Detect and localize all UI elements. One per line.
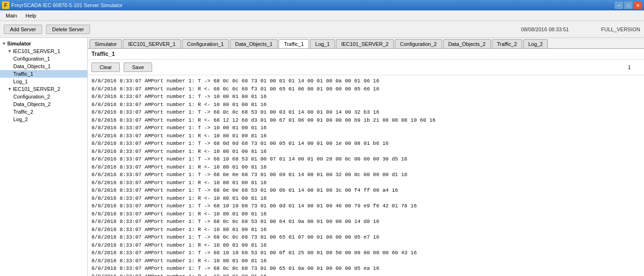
traffic-log[interactable]: 8/8/2016 8:33:07 AMPort number 1: T -> 6… bbox=[88, 75, 644, 276]
tab-data-objects-2[interactable]: Data_Objects_2 bbox=[443, 39, 491, 48]
log-line: 8/8/2016 8:33:07 AMPort number 1: R <- 6… bbox=[91, 85, 640, 93]
log-line: 8/8/2016 8:33:07 AMPort number 1: R <- 1… bbox=[91, 226, 640, 234]
log-line: 8/8/2016 8:33:07 AMPort number 1: T -> 6… bbox=[91, 171, 640, 179]
tab-bar: SimulatorIEC101_SERVER_1Configuration_1D… bbox=[88, 38, 644, 49]
log-line: 8/8/2016 8:33:07 AMPort number 1: T -> 6… bbox=[91, 140, 640, 148]
datetime-display: 08/08/2016 08:33:51 bbox=[521, 27, 569, 32]
expand-icon-server2: ▼ bbox=[8, 87, 12, 91]
log-line: 8/8/2016 8:33:07 AMPort number 1: R <- 1… bbox=[91, 132, 640, 140]
delete-server-button[interactable]: Delete Server bbox=[46, 25, 90, 34]
sidebar-label-traffic1: Traffic_1 bbox=[13, 71, 33, 77]
expand-icon-simulator: ▼ bbox=[2, 41, 6, 46]
sidebar-item-configuration-1[interactable]: Configuration_1 bbox=[0, 55, 87, 62]
titlebar: F FreyrSCADA IEC 60870-5-101 Server Simu… bbox=[0, 0, 644, 10]
log-line: 8/8/2016 8:33:07 AMPort number 1: R <- 1… bbox=[91, 257, 640, 265]
panel-counter: 1 bbox=[628, 64, 640, 70]
app-icon: F bbox=[2, 1, 9, 9]
sidebar-label-simulator: Simulator bbox=[7, 41, 31, 46]
sidebar-label-server2: IEC101_SERVER_2 bbox=[13, 86, 60, 92]
log-line: 8/8/2016 8:33:07 AMPort number 1: R <- 1… bbox=[91, 148, 640, 156]
log-line: 8/8/2016 8:33:07 AMPort number 1: R <- 6… bbox=[91, 116, 640, 125]
titlebar-title: FreyrSCADA IEC 60870-5-101 Server Simula… bbox=[11, 2, 123, 8]
app-icon-text: F bbox=[4, 3, 7, 8]
sidebar-item-data-objects-2[interactable]: Data_Objects_2 bbox=[0, 100, 87, 108]
tab-simulator[interactable]: Simulator bbox=[90, 39, 122, 48]
menu-main[interactable]: Main bbox=[2, 12, 21, 19]
close-button[interactable]: ✕ bbox=[634, 1, 642, 9]
log-line: 8/8/2016 8:33:07 AMPort number 1: T -> 6… bbox=[91, 202, 640, 210]
tab-log-2[interactable]: Log_2 bbox=[523, 39, 548, 48]
sidebar-item-configuration-2[interactable]: Configuration_2 bbox=[0, 93, 87, 100]
toolbar: Add Server Delete Server 08/08/2016 08:3… bbox=[0, 21, 644, 38]
main-area: ▼ Simulator ▼ IEC101_SERVER_1 Configurat… bbox=[0, 38, 644, 276]
sidebar-label-server1: IEC101_SERVER_1 bbox=[13, 48, 60, 54]
titlebar-left: F FreyrSCADA IEC 60870-5-101 Server Simu… bbox=[2, 1, 123, 9]
content-area: SimulatorIEC101_SERVER_1Configuration_1D… bbox=[88, 38, 644, 276]
log-line: 8/8/2016 8:33:07 AMPort number 1: R <- 1… bbox=[91, 179, 640, 187]
sidebar-item-simulator[interactable]: ▼ Simulator bbox=[0, 40, 87, 47]
version-label: FULL_VERSION bbox=[601, 27, 640, 32]
log-line: 8/8/2016 8:33:07 AMPort number 1: T -> 6… bbox=[91, 77, 640, 85]
sidebar-label-configuration2: Configuration_2 bbox=[13, 94, 50, 99]
log-line: 8/8/2016 8:33:07 AMPort number 1: T -> 6… bbox=[91, 187, 640, 195]
sidebar-label-data-objects2: Data_Objects_2 bbox=[13, 101, 51, 107]
log-line: 8/8/2016 8:33:07 AMPort number 1: R <- 1… bbox=[91, 210, 640, 218]
save-button[interactable]: Save bbox=[124, 62, 152, 72]
log-line: 8/8/2016 8:33:07 AMPort number 1: T -> 6… bbox=[91, 108, 640, 116]
log-line: 8/8/2016 8:33:07 AMPort number 1: R <- 1… bbox=[91, 273, 640, 276]
log-line: 8/8/2016 8:33:07 AMPort number 1: T -> 1… bbox=[91, 124, 640, 132]
panel: Traffic_1 Clear Save 1 8/8/2016 8:33:07 … bbox=[88, 49, 644, 276]
tab-configuration-2[interactable]: Configuration_2 bbox=[395, 39, 442, 48]
sidebar-item-log-1[interactable]: Log_1 bbox=[0, 78, 87, 85]
menubar: Main Help bbox=[0, 10, 644, 21]
sidebar-item-data-objects-1[interactable]: Data_Objects_1 bbox=[0, 62, 87, 70]
log-line: 8/8/2016 8:33:07 AMPort number 1: T -> 6… bbox=[91, 265, 640, 273]
sidebar-item-traffic-1[interactable]: Traffic_1 bbox=[0, 70, 87, 78]
tab-traffic-2[interactable]: Traffic_2 bbox=[492, 39, 522, 48]
tab-traffic-1[interactable]: Traffic_1 bbox=[279, 39, 309, 49]
sidebar-label-data-objects1: Data_Objects_1 bbox=[13, 63, 51, 69]
sidebar-label-log2: Log_2 bbox=[13, 116, 28, 122]
log-line: 8/8/2016 8:33:07 AMPort number 1: T -> 6… bbox=[91, 233, 640, 241]
sidebar-item-iec101-server-2[interactable]: ▼ IEC101_SERVER_2 bbox=[0, 85, 87, 93]
sidebar-item-iec101-server-1[interactable]: ▼ IEC101_SERVER_1 bbox=[0, 47, 87, 55]
tab-iec101-server-1[interactable]: IEC101_SERVER_1 bbox=[123, 39, 181, 48]
sidebar-item-log-2[interactable]: Log_2 bbox=[0, 116, 87, 123]
tab-data-objects-1[interactable]: Data_Objects_1 bbox=[230, 39, 278, 48]
log-line: 8/8/2016 8:33:07 AMPort number 1: T -> 6… bbox=[91, 155, 640, 163]
add-server-button[interactable]: Add Server bbox=[4, 25, 42, 34]
sidebar-label-log1: Log_1 bbox=[13, 79, 28, 84]
tab-log-1[interactable]: Log_1 bbox=[310, 39, 335, 48]
sidebar: ▼ Simulator ▼ IEC101_SERVER_1 Configurat… bbox=[0, 38, 88, 276]
menu-help[interactable]: Help bbox=[22, 12, 40, 19]
log-line: 8/8/2016 8:33:07 AMPort number 1: R <- 1… bbox=[91, 101, 640, 109]
log-line: 8/8/2016 8:33:07 AMPort number 1: T -> 1… bbox=[91, 93, 640, 101]
tab-configuration-1[interactable]: Configuration_1 bbox=[182, 39, 229, 48]
panel-toolbar: Clear Save 1 bbox=[88, 60, 644, 75]
maximize-button[interactable]: □ bbox=[624, 1, 633, 9]
expand-icon-server1: ▼ bbox=[8, 49, 12, 53]
sidebar-label-traffic2: Traffic_2 bbox=[13, 109, 33, 115]
panel-title: Traffic_1 bbox=[88, 49, 644, 60]
log-line: 8/8/2016 8:33:07 AMPort number 1: R <- 1… bbox=[91, 195, 640, 203]
log-line: 8/8/2016 8:33:07 AMPort number 1: T -> 6… bbox=[91, 218, 640, 226]
titlebar-controls: ─ □ ✕ bbox=[615, 1, 642, 9]
log-line: 8/8/2016 8:33:07 AMPort number 1: T -> 6… bbox=[91, 249, 640, 257]
minimize-button[interactable]: ─ bbox=[615, 1, 623, 9]
log-line: 8/8/2016 8:33:07 AMPort number 1: R <- 1… bbox=[91, 241, 640, 249]
clear-button[interactable]: Clear bbox=[91, 62, 120, 72]
tab-iec101-server-2[interactable]: IEC101_SERVER_2 bbox=[336, 39, 394, 48]
sidebar-label-configuration1: Configuration_1 bbox=[13, 56, 50, 62]
sidebar-item-traffic-2[interactable]: Traffic_2 bbox=[0, 108, 87, 116]
log-line: 8/8/2016 8:33:07 AMPort number 1: R <- 1… bbox=[91, 163, 640, 171]
